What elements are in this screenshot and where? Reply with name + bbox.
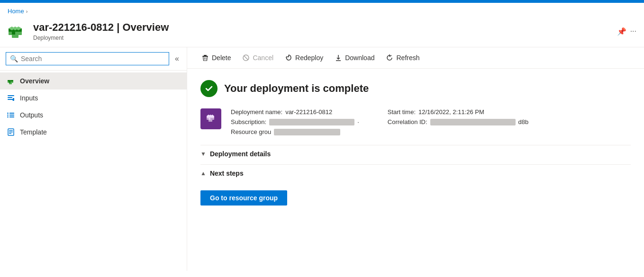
svg-rect-30 [204, 55, 207, 56]
refresh-icon [386, 54, 393, 62]
sidebar: 🔍 « Overview [0, 47, 187, 271]
start-time-value: 12/16/2022, 2:11:26 PM [418, 108, 484, 116]
page-header: var-221216-0812 | Overview Deployment 📌 … [0, 18, 644, 47]
svg-rect-24 [7, 116, 9, 117]
delete-icon [201, 54, 209, 62]
field-column-right: Start time: 12/16/2022, 2:11:26 PM Corre… [388, 108, 529, 135]
deployment-status: Your deployment is complete [200, 80, 631, 97]
resource-icon [8, 22, 27, 41]
resource-group-row: Resource grou [231, 128, 359, 135]
correlation-id-value [430, 119, 516, 125]
go-to-resource-group-button[interactable]: Go to resource group [200, 190, 287, 206]
sidebar-item-template-label: Template [20, 128, 47, 136]
correlation-id-row: Correlation ID: d8b [388, 118, 529, 125]
search-icon: 🔍 [10, 55, 18, 63]
start-time-label: Start time: [388, 108, 416, 116]
redeploy-icon [285, 54, 292, 62]
next-steps-title: Next steps [210, 170, 244, 177]
svg-rect-28 [9, 132, 13, 133]
svg-rect-23 [9, 115, 14, 116]
redeploy-button[interactable]: Redeploy [280, 51, 328, 64]
deployment-name-label: Deployment name: [231, 108, 282, 116]
overview-icon [7, 77, 15, 85]
next-steps-section[interactable]: ▲ Next steps [200, 164, 631, 182]
cancel-icon [242, 54, 250, 62]
deployment-details-section[interactable]: ▼ Deployment details [200, 145, 631, 162]
svg-rect-16 [8, 97, 12, 98]
field-column-left: Deployment name: var-221216-0812 Subscri… [231, 108, 359, 135]
toolbar: Delete Cancel Redeploy [187, 47, 644, 69]
deployment-fields: Deployment name: var-221216-0812 Subscri… [231, 108, 631, 135]
svg-rect-25 [9, 116, 14, 117]
page-subtitle: Deployment [33, 35, 610, 41]
resource-group-label: Resource grou [231, 128, 271, 135]
download-icon [335, 54, 342, 62]
sidebar-item-outputs-label: Outputs [20, 111, 43, 119]
start-time-row: Start time: 12/16/2022, 2:11:26 PM [388, 108, 529, 116]
collapse-sidebar-button[interactable]: « [173, 53, 181, 65]
subscription-value [269, 119, 354, 125]
search-input[interactable] [21, 55, 165, 63]
nav-list: Overview Inputs [0, 71, 187, 143]
sidebar-item-outputs[interactable]: Outputs [0, 107, 187, 124]
breadcrumb: Home › [0, 3, 644, 18]
pin-icon[interactable]: 📌 [617, 27, 626, 36]
next-steps-chevron: ▲ [200, 170, 206, 177]
refresh-button[interactable]: Refresh [381, 51, 424, 64]
deployment-icon-box [200, 108, 221, 129]
svg-line-35 [244, 56, 248, 60]
search-container: 🔍 « [0, 47, 187, 71]
status-title: Your deployment is complete [224, 82, 369, 95]
main-content: Your deployment is complete [187, 69, 644, 271]
search-input-wrapper[interactable]: 🔍 [6, 52, 169, 65]
download-button[interactable]: Download [330, 51, 379, 64]
deployment-details-chevron: ▼ [200, 151, 206, 157]
content-area: Delete Cancel Redeploy [187, 47, 644, 271]
sidebar-item-template[interactable]: Template [0, 124, 187, 141]
home-link[interactable]: Home [8, 8, 24, 15]
sidebar-item-inputs-label: Inputs [20, 94, 38, 102]
svg-rect-15 [8, 95, 14, 96]
delete-button[interactable]: Delete [197, 51, 236, 64]
deployment-name-value: var-221216-0812 [285, 108, 332, 116]
svg-rect-14 [10, 80, 13, 81]
main-layout: 🔍 « Overview [0, 47, 644, 271]
deployment-details-title: Deployment details [210, 150, 271, 158]
sidebar-item-inputs[interactable]: Inputs [0, 89, 187, 107]
resource-group-value [274, 129, 340, 135]
svg-rect-29 [9, 133, 11, 134]
page-title: var-221216-0812 | Overview [33, 21, 610, 34]
sidebar-item-overview-label: Overview [20, 77, 49, 85]
outputs-icon [7, 111, 15, 119]
svg-rect-21 [9, 113, 14, 114]
correlation-id-label: Correlation ID: [388, 118, 427, 125]
status-check-icon [200, 80, 218, 97]
template-icon [7, 128, 15, 136]
cancel-button[interactable]: Cancel [237, 51, 278, 64]
title-area: var-221216-0812 | Overview Deployment [33, 21, 610, 41]
svg-rect-20 [7, 113, 9, 114]
deployment-info: Deployment name: var-221216-0812 Subscri… [200, 108, 631, 135]
deployment-name-row: Deployment name: var-221216-0812 [231, 108, 359, 116]
subscription-row: Subscription: · [231, 118, 359, 125]
svg-rect-27 [9, 130, 13, 131]
sidebar-item-overview[interactable]: Overview [0, 72, 187, 89]
inputs-icon [7, 94, 15, 102]
subscription-label: Subscription: [231, 118, 266, 125]
svg-rect-22 [7, 115, 9, 116]
more-options-icon[interactable]: ··· [630, 27, 636, 36]
header-actions: 📌 ··· [617, 27, 636, 36]
breadcrumb-chevron: › [26, 9, 28, 14]
svg-rect-10 [8, 80, 10, 81]
